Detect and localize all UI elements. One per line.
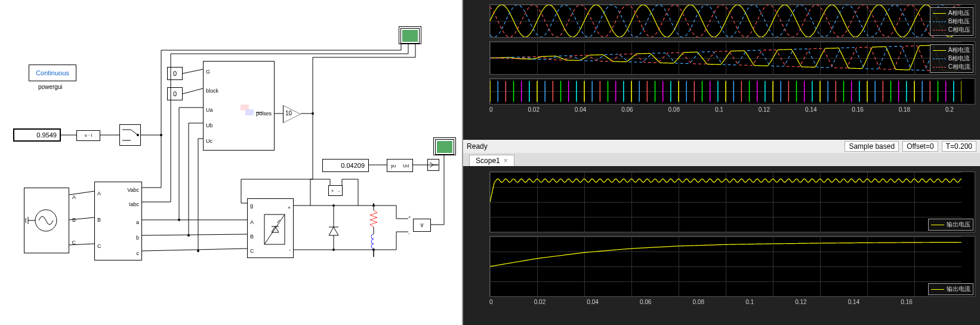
svg-rect-5 xyxy=(245,109,254,115)
status-offset: Offset=0 xyxy=(902,141,938,152)
tab-scope1[interactable]: Scope1 × xyxy=(469,155,514,166)
mux-small[interactable] xyxy=(427,159,439,171)
display-pf[interactable]: 0.9549 xyxy=(13,128,61,142)
measure-small-block[interactable]: v · l xyxy=(76,130,100,141)
plot-phase-current[interactable]: A相电流 B相电流 C相电流 2000-200 xyxy=(489,41,975,75)
xticks-top: 00.020.040.060.080.10.120.140.160.180.2 xyxy=(463,106,980,115)
svg-point-39 xyxy=(178,219,180,221)
status-ready: Ready xyxy=(467,142,488,151)
plot-output-voltage[interactable]: 输出电压 5000-500 xyxy=(489,171,975,232)
display-ud[interactable]: 0.04209 xyxy=(322,159,369,172)
rl-load-block[interactable] xyxy=(363,203,384,257)
svg-point-41 xyxy=(197,250,199,252)
scope-top-block[interactable] xyxy=(399,26,421,44)
scope-icon xyxy=(435,139,454,155)
svg-point-40 xyxy=(187,234,190,237)
scope-bottom-block[interactable] xyxy=(433,137,456,155)
scope-icon xyxy=(400,28,420,44)
constant-g[interactable]: 0 xyxy=(167,67,183,80)
converter-block[interactable]: g A B C + - xyxy=(247,198,294,258)
svg-point-42 xyxy=(160,134,162,136)
pulse-generator-block[interactable]: G block Ua Ub Uc pulses xyxy=(203,61,275,151)
svg-line-2 xyxy=(131,130,138,135)
svg-point-47 xyxy=(312,112,314,115)
voltage-sensor-top[interactable]: +- xyxy=(328,185,343,196)
measurement-block[interactable]: A B C Vabc Iabc a b c xyxy=(94,182,142,260)
yu-ud-block[interactable]: yuUd xyxy=(387,159,413,172)
close-icon[interactable]: × xyxy=(504,157,508,165)
svg-marker-20 xyxy=(329,227,338,235)
svg-line-8 xyxy=(430,165,433,167)
three-phase-source-block[interactable]: A B C xyxy=(24,188,69,253)
svg-point-3 xyxy=(137,134,139,136)
svg-point-43 xyxy=(332,204,335,207)
plot-pulses[interactable]: 100-10 xyxy=(489,78,975,105)
constant-block[interactable]: 0 xyxy=(167,87,183,100)
svg-line-7 xyxy=(430,162,433,165)
gain-block[interactable]: 10 xyxy=(283,105,302,123)
xticks-bot: 00.020.040.060.080.10.120.140.16 xyxy=(463,299,980,308)
diode-block[interactable] xyxy=(325,209,343,251)
powergui-label: powergui xyxy=(38,84,63,90)
status-bar: Ready Sample based Offset=0 T=0.200 xyxy=(463,140,980,153)
plot-output-current[interactable]: 输出电流 2000-200 xyxy=(489,236,975,297)
svg-line-15 xyxy=(264,214,285,244)
voltage-meter-block[interactable]: v xyxy=(413,219,431,232)
status-time: T=0.200 xyxy=(942,141,976,152)
svg-line-29 xyxy=(142,234,247,235)
svg-marker-16 xyxy=(272,226,279,232)
plot-phase-voltage[interactable]: A相电压 B相电压 C相电压 2000-200 xyxy=(489,4,975,38)
voltage-meter-ports: +- xyxy=(408,215,412,235)
switch-block[interactable] xyxy=(119,124,141,146)
status-sample: Sample based xyxy=(845,141,899,152)
svg-line-32 xyxy=(183,88,203,94)
simulink-canvas[interactable]: Continuous powergui 0.9549 v · l 0 0 G b… xyxy=(0,0,463,325)
powergui-block[interactable]: Continuous xyxy=(29,65,76,81)
tab-bar: Scope1 × xyxy=(463,153,980,166)
svg-line-30 xyxy=(142,249,247,251)
svg-line-31 xyxy=(183,69,203,73)
scope-pane: A相电压 B相电压 C相电压 2000-200 A相电流 B相电流 C相电流 2… xyxy=(463,0,980,325)
